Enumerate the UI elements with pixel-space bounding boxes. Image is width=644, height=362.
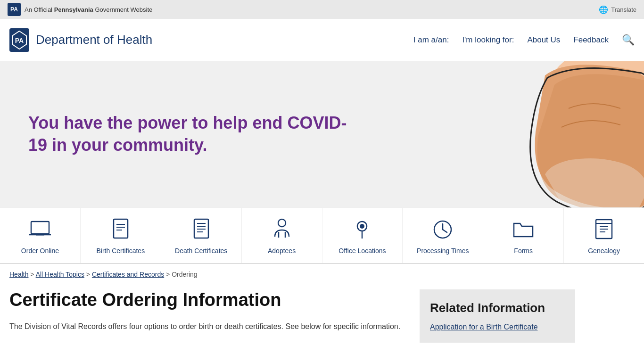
clock-icon [431, 217, 454, 243]
nav-adoptees-label: Adoptees [268, 247, 296, 255]
nav-order-online-label: Order Online [21, 247, 59, 255]
nav-genealogy-label: Genealogy [588, 247, 620, 255]
birth-cert-icon [109, 217, 132, 243]
header: PA Department of Health I am a/an: I'm l… [0, 19, 644, 61]
page-title: Certificate Ordering Information [9, 289, 405, 311]
nav-adoptees[interactable]: Adoptees [242, 208, 322, 263]
nav-birth-certificates[interactable]: Birth Certificates [81, 208, 161, 263]
breadcrumb-certs-records[interactable]: Certificates and Records [92, 271, 164, 278]
sidebar-title: Related Information [430, 301, 565, 315]
top-bar: PA An Official Pennsylvania Government W… [0, 0, 644, 19]
folder-icon [512, 217, 535, 243]
person-icon [270, 217, 294, 243]
pin-icon [350, 217, 374, 243]
nav-looking-for[interactable]: I'm looking for: [462, 35, 514, 45]
svg-rect-7 [114, 219, 128, 238]
nav-forms-label: Forms [514, 247, 533, 255]
translate-button[interactable]: 🌐 Translate [599, 5, 636, 14]
search-icon[interactable]: 🔍 [622, 34, 635, 46]
nav-office-locations[interactable]: Office Locations [322, 208, 403, 263]
nav-forms[interactable]: Forms [483, 208, 564, 263]
hero-image [474, 61, 644, 207]
nav-feedback[interactable]: Feedback [573, 35, 609, 45]
breadcrumb-health[interactable]: Health [9, 271, 28, 278]
laptop-icon [28, 217, 52, 243]
svg-point-16 [278, 219, 286, 227]
nav-death-certificates[interactable]: Death Certificates [161, 208, 242, 263]
sidebar-link-birth-cert-app[interactable]: Application for a Birth Certificate [430, 323, 565, 331]
breadcrumb-all-health-topics[interactable]: All Health Topics [36, 271, 84, 278]
svg-line-23 [443, 230, 447, 232]
nav-genealogy[interactable]: Genealogy [564, 208, 644, 263]
globe-icon: 🌐 [599, 5, 608, 14]
breadcrumb-ordering: Ordering [172, 271, 197, 278]
nav-death-cert-label: Death Certificates [175, 247, 227, 255]
nav-birth-cert-label: Birth Certificates [96, 247, 145, 255]
header-nav: I am a/an: I'm looking for: About Us Fee… [413, 34, 635, 46]
nav-i-am[interactable]: I am a/an: [413, 35, 449, 45]
nav-office-loc-label: Office Locations [339, 247, 386, 255]
header-logo: PA Department of Health [9, 28, 152, 52]
translate-label: Translate [611, 6, 636, 13]
sidebar: Related Information Application for a Bi… [420, 289, 575, 343]
svg-text:PA: PA [15, 37, 24, 44]
main-content: Certificate Ordering Information The Div… [0, 285, 644, 357]
top-bar-left: PA An Official Pennsylvania Government W… [8, 3, 152, 16]
death-cert-icon [190, 217, 213, 243]
book-icon [592, 217, 616, 243]
hero-banner: You have the power to help end COVID-19 … [0, 61, 644, 207]
official-text: An Official Pennsylvania Government Webs… [25, 6, 152, 13]
dept-name: Department of Health [36, 33, 152, 47]
nav-processing-times[interactable]: Processing Times [403, 208, 483, 263]
content-left: Certificate Ordering Information The Div… [9, 289, 405, 332]
arm-illustration [474, 61, 644, 207]
nav-order-online[interactable]: Order Online [0, 208, 81, 263]
nav-processing-label: Processing Times [417, 247, 469, 255]
pa-seal: PA [8, 3, 21, 16]
svg-rect-4 [31, 222, 49, 234]
breadcrumb: Health > All Health Topics > Certificate… [0, 264, 644, 285]
nav-about-us[interactable]: About Us [527, 35, 560, 45]
svg-point-20 [360, 224, 364, 228]
content-paragraph: The Division of Vital Records offers fou… [9, 321, 405, 333]
icon-nav-bar: Order Online Birth Certificates Death Ce… [0, 207, 644, 264]
dept-logo-icon: PA [9, 28, 29, 52]
hero-headline: You have the power to help end COVID-19 … [28, 112, 358, 156]
